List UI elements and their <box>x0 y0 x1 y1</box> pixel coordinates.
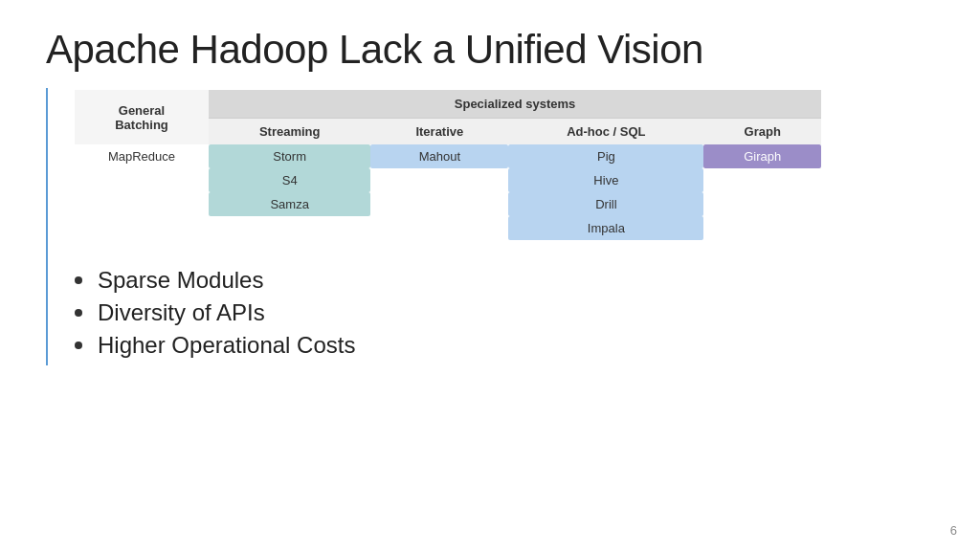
table-row: S4 Hive <box>75 168 821 192</box>
empty-cell <box>703 168 821 192</box>
streaming-header: Streaming <box>209 119 370 145</box>
empty-cell <box>703 192 821 216</box>
empty-cell <box>75 216 209 240</box>
empty-cell <box>370 216 508 240</box>
specialized-header: Specialized systems <box>209 90 821 119</box>
drill-cell: Drill <box>508 192 703 216</box>
samza-cell: Samza <box>209 192 370 216</box>
bullet-dot <box>75 342 82 349</box>
impala-cell: Impala <box>508 216 703 240</box>
empty-cell <box>703 216 821 240</box>
adhoc-sql-header: Ad-hoc / SQL <box>508 119 703 145</box>
specialization-table: GeneralBatching Specialized systems Stre… <box>75 90 821 240</box>
iterative-header: Iterative <box>370 119 508 145</box>
bullet-dot <box>75 309 82 317</box>
bullet-dot <box>75 276 82 284</box>
table-row: Impala <box>75 216 821 240</box>
table-row: Samza Drill <box>75 192 821 216</box>
giraph-cell: Giraph <box>703 144 821 168</box>
slide: Apache Hadoop Lack a Unified Vision Gene… <box>0 0 980 551</box>
page-number: 6 <box>950 523 957 538</box>
bullet-list: Sparse Modules Diversity of APIs Higher … <box>75 267 934 364</box>
general-batching-header: GeneralBatching <box>75 90 209 144</box>
bullet-text-1: Sparse Modules <box>98 267 263 294</box>
table-wrapper: GeneralBatching Specialized systems Stre… <box>75 90 934 240</box>
mapreduce-cell: MapReduce <box>75 144 209 168</box>
mahout-cell: Mahout <box>370 144 508 168</box>
hive-cell: Hive <box>508 168 703 192</box>
pig-cell: Pig <box>508 144 703 168</box>
header-top-row: GeneralBatching Specialized systems <box>75 90 821 119</box>
storm-cell: Storm <box>209 144 370 168</box>
blue-line <box>46 88 48 365</box>
empty-cell <box>75 192 209 216</box>
empty-cell <box>370 192 508 216</box>
graph-header: Graph <box>703 119 821 145</box>
empty-cell <box>75 168 209 192</box>
content-area: GeneralBatching Specialized systems Stre… <box>46 90 934 364</box>
bullet-text-2: Diversity of APIs <box>98 299 265 326</box>
table-row: MapReduce Storm Mahout Pig Giraph <box>75 144 821 168</box>
slide-title: Apache Hadoop Lack a Unified Vision <box>46 27 934 73</box>
bullet-item-1: Sparse Modules <box>75 267 934 294</box>
empty-cell <box>209 216 370 240</box>
s4-cell: S4 <box>209 168 370 192</box>
empty-cell <box>370 168 508 192</box>
bullet-item-3: Higher Operational Costs <box>75 332 934 359</box>
bullet-text-3: Higher Operational Costs <box>98 332 355 359</box>
bullet-item-2: Diversity of APIs <box>75 299 934 326</box>
